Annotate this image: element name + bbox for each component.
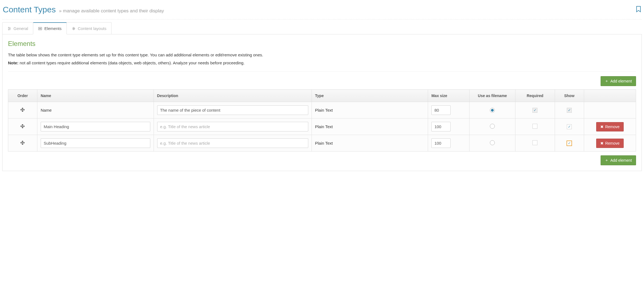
type-cell: Plain Text	[312, 119, 428, 135]
th-description: Description	[154, 90, 312, 102]
th-use-as-filename: Use as filename	[470, 90, 515, 102]
table-row: Plain Text✓✖ Remove	[8, 135, 636, 152]
required-checkbox: ✓	[532, 108, 537, 113]
show-checkbox: ✓	[567, 108, 572, 113]
th-show: Show	[555, 90, 584, 102]
sliders-icon	[7, 27, 11, 31]
plus-icon: ＋	[605, 79, 609, 84]
required-checkbox[interactable]	[532, 124, 537, 129]
drag-handle-icon[interactable]	[21, 141, 24, 145]
svg-marker-11	[22, 111, 23, 112]
puzzle-icon	[72, 27, 76, 31]
maxsize-input[interactable]	[431, 138, 451, 148]
x-icon: ✖	[600, 125, 604, 129]
page-title: Content Types	[3, 5, 56, 14]
use-as-filename-radio[interactable]	[490, 140, 495, 145]
type-cell: Plain Text	[312, 135, 428, 152]
page-subtitle: » manage available content types and the…	[59, 8, 164, 13]
remove-button[interactable]: ✖ Remove	[596, 122, 624, 131]
x-icon: ✖	[600, 141, 604, 145]
svg-point-1	[9, 27, 9, 28]
type-cell: Plain Text	[312, 102, 428, 119]
th-name: Name	[37, 90, 154, 102]
maxsize-input[interactable]	[431, 122, 451, 131]
description-input[interactable]	[157, 138, 308, 148]
svg-marker-24	[21, 142, 21, 143]
section-title: Elements	[8, 40, 636, 48]
use-as-filename-radio[interactable]	[490, 124, 495, 129]
list-icon	[38, 27, 42, 31]
svg-point-3	[10, 28, 10, 29]
drag-handle-icon[interactable]	[21, 124, 24, 128]
tab-elements[interactable]: Elements	[33, 22, 67, 34]
maxsize-input[interactable]	[431, 105, 451, 115]
add-element-button[interactable]: ＋ Add element	[601, 155, 636, 165]
tab-label: Content layouts	[78, 26, 106, 31]
bookmark-icon[interactable]	[636, 6, 641, 14]
remove-button[interactable]: ✖ Remove	[596, 139, 624, 148]
table-row: Plain Text✓✖ Remove	[8, 119, 636, 135]
description-input[interactable]	[157, 105, 308, 115]
intro-text: The table below shows the content type e…	[8, 52, 636, 58]
description-input[interactable]	[157, 122, 308, 131]
svg-marker-13	[24, 109, 24, 110]
tab-label: Elements	[44, 26, 62, 31]
svg-marker-25	[24, 142, 24, 143]
drag-handle-icon[interactable]	[21, 108, 24, 112]
th-required: Required	[515, 90, 555, 102]
svg-marker-22	[22, 141, 23, 141]
name-input[interactable]	[41, 138, 150, 148]
show-checkbox[interactable]: ✓	[567, 124, 572, 129]
tab-label: General	[13, 26, 28, 31]
svg-marker-16	[22, 124, 23, 125]
required-checkbox[interactable]	[532, 140, 537, 145]
panel-elements: Elements The table below shows the conte…	[2, 34, 642, 171]
svg-marker-12	[21, 109, 21, 110]
th-type: Type	[312, 90, 428, 102]
intro-note: Note: not all content types require addi…	[8, 60, 636, 66]
svg-point-5	[9, 29, 9, 30]
name-cell: Name	[37, 102, 154, 119]
chevron-right-icon: »	[59, 8, 62, 13]
elements-table: Order Name Description Type Max size Use…	[8, 89, 636, 152]
svg-marker-10	[22, 108, 23, 108]
th-order: Order	[8, 90, 37, 102]
tab-general[interactable]: General	[2, 22, 33, 34]
tab-content-layouts[interactable]: Content layouts	[66, 22, 112, 34]
use-as-filename-radio[interactable]	[490, 108, 495, 113]
svg-marker-19	[24, 126, 24, 127]
divider	[8, 72, 636, 72]
svg-marker-23	[22, 144, 23, 145]
tabs: General Elements Content layouts	[2, 22, 642, 34]
table-row: NamePlain Text✓✓	[8, 102, 636, 119]
plus-icon: ＋	[605, 158, 609, 163]
name-input[interactable]	[41, 122, 150, 131]
svg-marker-18	[21, 126, 21, 127]
add-element-button[interactable]: ＋ Add element	[601, 76, 636, 86]
th-actions	[584, 90, 636, 102]
show-checkbox[interactable]: ✓	[567, 141, 572, 146]
th-maxsize: Max size	[428, 90, 470, 102]
svg-marker-17	[22, 128, 23, 128]
